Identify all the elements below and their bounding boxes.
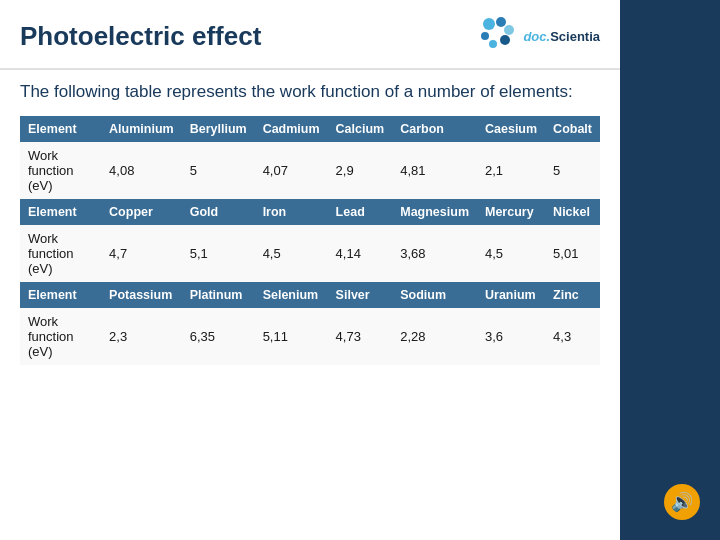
table-cell: Zinc (545, 282, 600, 308)
table-cell: Platinum (182, 282, 255, 308)
table-cell: 4,5 (477, 225, 545, 282)
table-cell: 4,81 (392, 142, 477, 199)
table-cell: Work function (eV) (20, 225, 101, 282)
table-cell: Cobalt (545, 116, 600, 142)
table-cell: 2,1 (477, 142, 545, 199)
table-cell: Copper (101, 199, 182, 225)
table-cell: Mercury (477, 199, 545, 225)
table-cell: Beryllium (182, 116, 255, 142)
table-cell: 5,11 (255, 308, 328, 365)
table-cell: 4,73 (328, 308, 393, 365)
page-wrapper: Photoelectric effect doc.Scientia The fo… (0, 0, 720, 540)
svg-point-2 (504, 25, 514, 35)
speaker-icon[interactable]: 🔊 (664, 484, 700, 520)
table-cell: Element (20, 199, 101, 225)
table-cell: 6,35 (182, 308, 255, 365)
table-cell: Lead (328, 199, 393, 225)
table-cell: 3,6 (477, 308, 545, 365)
table-cell: Caesium (477, 116, 545, 142)
table-cell: 4,08 (101, 142, 182, 199)
logo: doc.Scientia (475, 14, 600, 58)
table-cell: 2,28 (392, 308, 477, 365)
table-cell: Work function (eV) (20, 142, 101, 199)
right-panel (620, 0, 720, 540)
table-cell: 4,5 (255, 225, 328, 282)
table-cell: 4,7 (101, 225, 182, 282)
table-row: ElementAluminiumBerylliumCadmiumCalciumC… (20, 116, 600, 142)
table-cell: Iron (255, 199, 328, 225)
svg-point-3 (500, 35, 510, 45)
table-cell: 5 (545, 142, 600, 199)
content-wrapper: Photoelectric effect doc.Scientia The fo… (0, 0, 620, 540)
table-cell: 2,9 (328, 142, 393, 199)
table-cell: 5 (182, 142, 255, 199)
table-cell: 4,14 (328, 225, 393, 282)
logo-icon (475, 14, 519, 58)
table-cell: Carbon (392, 116, 477, 142)
content-area: The following table represents the work … (0, 70, 620, 540)
table-wrapper: ElementAluminiumBerylliumCadmiumCalciumC… (20, 116, 600, 534)
table-cell: Silver (328, 282, 393, 308)
table-cell: 5,01 (545, 225, 600, 282)
subtitle: The following table represents the work … (20, 80, 600, 104)
table-row: Work function (eV)2,36,355,114,732,283,6… (20, 308, 600, 365)
table-cell: Element (20, 282, 101, 308)
table-row: ElementPotassiumPlatinumSeleniumSilverSo… (20, 282, 600, 308)
header: Photoelectric effect doc.Scientia (0, 0, 620, 70)
table-cell: Uranium (477, 282, 545, 308)
table-cell: 2,3 (101, 308, 182, 365)
table-cell: Gold (182, 199, 255, 225)
elements-table: ElementAluminiumBerylliumCadmiumCalciumC… (20, 116, 600, 365)
table-cell: 4,3 (545, 308, 600, 365)
table-row: Work function (eV)4,75,14,54,143,684,55,… (20, 225, 600, 282)
table-cell: 5,1 (182, 225, 255, 282)
table-cell: Selenium (255, 282, 328, 308)
table-cell: Aluminium (101, 116, 182, 142)
svg-point-0 (483, 18, 495, 30)
table-cell: Sodium (392, 282, 477, 308)
table-cell: Magnesium (392, 199, 477, 225)
svg-point-5 (481, 32, 489, 40)
table-row: ElementCopperGoldIronLeadMagnesiumMercur… (20, 199, 600, 225)
table-row: Work function (eV)4,0854,072,94,812,15 (20, 142, 600, 199)
table-cell: Cadmium (255, 116, 328, 142)
page-title: Photoelectric effect (20, 21, 261, 52)
table-cell: Calcium (328, 116, 393, 142)
table-cell: 4,07 (255, 142, 328, 199)
svg-point-1 (496, 17, 506, 27)
table-cell: 3,68 (392, 225, 477, 282)
table-cell: Work function (eV) (20, 308, 101, 365)
table-cell: Element (20, 116, 101, 142)
table-cell: Nickel (545, 199, 600, 225)
table-cell: Potassium (101, 282, 182, 308)
svg-point-4 (489, 40, 497, 48)
logo-text: doc.Scientia (523, 27, 600, 45)
